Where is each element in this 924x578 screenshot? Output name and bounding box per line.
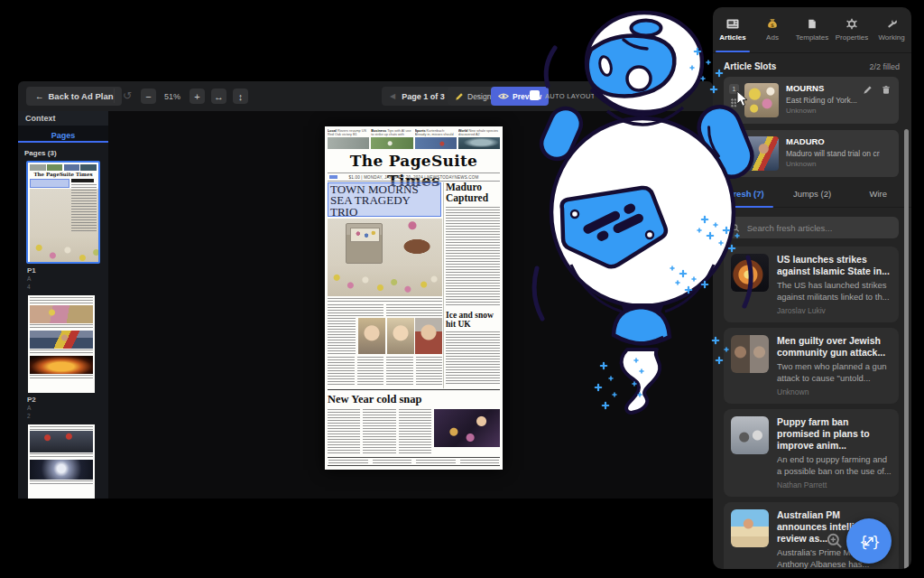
body-text <box>446 331 500 386</box>
dateline: $1.00 | MONDAY, JANUARY 20, 2024 | NEWST… <box>328 172 500 182</box>
tab-ads[interactable]: $ Ads <box>753 7 792 52</box>
mini-photo <box>30 331 93 349</box>
fit-width-button[interactable]: ↔ <box>211 89 226 104</box>
page-thumbnail-p1[interactable]: The PageSuite Times <box>26 161 100 264</box>
back-label: Back to Ad Plan <box>49 91 114 101</box>
teaser-sports: Sports Kurtenbach: Already in, misses sh… <box>415 129 457 151</box>
zoom-in-button[interactable]: + <box>189 89 205 104</box>
tab-wire[interactable]: Wire <box>845 183 911 207</box>
article-slot-mourns[interactable]: 1 MOURNS East Riding of York... Unknown <box>724 77 899 124</box>
fresh-articles-list: US launches strikes against Islamic Stat… <box>713 246 911 569</box>
mini-headline-block <box>30 179 69 188</box>
page-meta: 4 <box>27 283 108 291</box>
mini-photo <box>30 431 93 452</box>
footer-text <box>460 460 500 464</box>
teaser-kicker: World <box>458 129 468 133</box>
page-meta: A <box>27 275 108 283</box>
trash-icon[interactable] <box>882 85 891 95</box>
slots-title: Article Slots <box>724 61 776 71</box>
teaser-world: World New whale species discovered A2 <box>458 129 500 151</box>
feed-tab-bar: Fresh (7) Jumps (2) Wire <box>713 183 911 208</box>
article-card[interactable]: Puppy farm ban promised in plans to impr… <box>724 409 899 497</box>
victim-portraits[interactable] <box>358 318 442 354</box>
maduro-headline[interactable]: Maduro Captured <box>446 182 500 203</box>
body-text <box>357 357 384 386</box>
edit-pencil-icon[interactable] <box>863 85 873 95</box>
fit-height-button[interactable]: ↕ <box>233 89 248 104</box>
body-text <box>30 297 93 304</box>
back-to-ad-plan-button[interactable]: ← Back to Ad Plan <box>26 87 122 106</box>
slot-subtitle: Maduro will stand trial on cri... <box>786 149 880 158</box>
drag-handle-icon[interactable] <box>731 152 737 161</box>
eye-icon <box>498 92 509 100</box>
tab-working[interactable]: Working <box>872 7 911 52</box>
body-text <box>30 426 93 430</box>
tab-label: Templates <box>796 33 828 42</box>
teaser-photo <box>328 137 369 149</box>
search-icon <box>731 223 740 233</box>
search-input[interactable] <box>745 222 892 234</box>
gear-icon <box>845 18 858 30</box>
wrench-icon <box>886 18 898 30</box>
zoom-out-button[interactable]: − <box>141 89 156 104</box>
tab-fresh[interactable]: Fresh (7) <box>713 183 779 207</box>
undo-icon[interactable]: ↺ <box>123 89 132 102</box>
braces-arrow-icon: { } <box>857 529 881 553</box>
slot-author: Unknown <box>786 107 857 115</box>
design-canvas: Local Rovers revamp US Red Oak victory B… <box>108 111 713 499</box>
svg-text:{: { <box>860 534 868 550</box>
preview-mode-button[interactable]: Preview <box>491 87 549 106</box>
previous-page-icon[interactable]: ◀ <box>390 92 395 100</box>
article-card[interactable]: US launches strikes against Islamic Stat… <box>724 247 899 322</box>
article-slot-maduro[interactable]: 2 MADURO Maduro will stand trial on cri.… <box>724 130 899 177</box>
article-thumbnail <box>731 509 769 547</box>
tab-label: Working <box>878 33 904 42</box>
svg-text:$: $ <box>771 23 774 28</box>
tab-jumps[interactable]: Jumps (2) <box>779 183 845 207</box>
article-slots-header: Article Slots 2/2 filled <box>713 53 911 77</box>
article-excerpt: Two men who planned a gun attack to caus… <box>777 361 892 384</box>
zoom-in-fab-icon[interactable] <box>825 531 845 551</box>
column-rule <box>443 182 444 388</box>
auto-layout-checkbox[interactable] <box>530 90 540 100</box>
slots-filled-count: 2/2 filled <box>869 62 900 71</box>
teaser-row: Local Rovers revamp US Red Oak victory B… <box>328 129 500 151</box>
drag-handle-icon[interactable] <box>731 98 737 107</box>
memorial-photo[interactable] <box>328 219 442 296</box>
tab-label: Properties <box>836 33 868 42</box>
panel-scrollbar[interactable] <box>904 129 909 569</box>
tab-label: Ads <box>766 33 779 42</box>
search-box <box>724 217 899 238</box>
mini-photo <box>30 305 93 323</box>
newspaper-page[interactable]: Local Rovers revamp US Red Oak victory B… <box>325 126 503 470</box>
weather-headline[interactable]: Ice and snow hit UK <box>446 311 500 329</box>
tab-pages[interactable]: Pages <box>18 126 108 143</box>
pages-count-label: Pages (3) <box>24 149 108 157</box>
article-thumbnail <box>731 416 769 454</box>
page-thumbnail-p3[interactable] <box>28 424 95 499</box>
selected-headline[interactable]: TOWN MOURNS SEA TRAGEDY TRIO <box>328 182 441 217</box>
tab-templates[interactable]: Templates <box>792 7 832 52</box>
article-card[interactable]: Men guilty over Jewish community gun att… <box>724 328 899 404</box>
tab-articles[interactable]: Articles <box>713 7 753 52</box>
layout-editor-window: ← Back to Ad Plan ↺ ↻ − 51% + ↔ ↕ ◀ Page… <box>18 81 713 499</box>
context-header: Context <box>18 111 108 126</box>
page-1-preview: The PageSuite Times <box>28 163 98 262</box>
party-photo[interactable] <box>434 409 500 447</box>
body-text <box>71 184 97 231</box>
section-rule <box>328 389 500 390</box>
page-thumbnail-p2[interactable] <box>28 295 95 393</box>
body-text <box>386 304 442 316</box>
page-label-p1: P1 <box>27 266 108 275</box>
code-expand-fab[interactable]: { } <box>846 518 892 564</box>
body-text <box>30 480 93 486</box>
mini-photo <box>30 460 93 480</box>
bottom-headline[interactable]: New Year cold snap <box>328 393 422 406</box>
footer-text <box>416 460 456 464</box>
teaser-strip <box>30 164 97 171</box>
toolbar-divider <box>114 89 115 103</box>
tab-properties[interactable]: Properties <box>832 7 872 52</box>
teaser-kicker: Local <box>328 129 337 133</box>
photo-caption <box>328 298 442 302</box>
article-title: Men guilty over Jewish community gun att… <box>777 335 892 359</box>
